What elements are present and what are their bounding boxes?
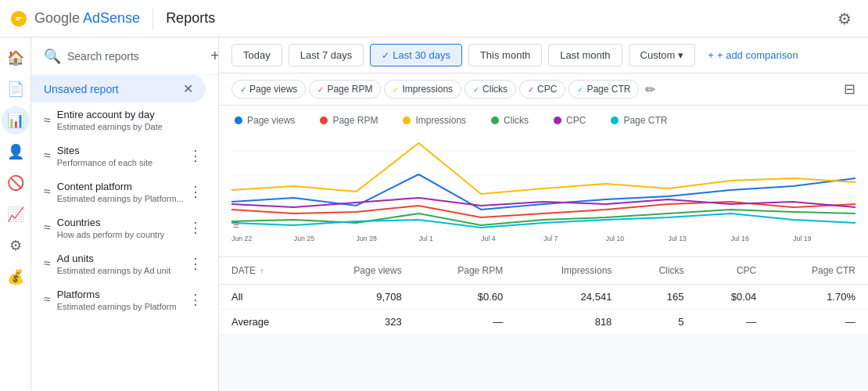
sidebar-item-name-4: Ad units bbox=[57, 253, 185, 264]
date-btn-last7[interactable]: Last 7 days bbox=[289, 44, 364, 66]
cell-clicks-avg: 5 bbox=[624, 310, 696, 335]
plus-icon: + bbox=[708, 49, 714, 61]
sidebar-item-entire-account[interactable]: ≈ Entire account by day Estimated earnin… bbox=[31, 102, 218, 138]
cell-cpc-all: $0.04 bbox=[696, 285, 769, 310]
line-chart: Jun 22 Jun 25 Jun 28 Jul 1 Jul 4 Jul 7 J… bbox=[231, 135, 855, 247]
legend-dot-impressions bbox=[403, 117, 411, 124]
adsense-logo-icon bbox=[9, 9, 28, 28]
legend-pagectr: Page CTR bbox=[611, 115, 667, 126]
page-title: Reports bbox=[166, 10, 215, 27]
col-header-pagectr[interactable]: Page CTR bbox=[769, 257, 868, 285]
cell-pagectr-avg: — bbox=[769, 310, 868, 335]
settings-icon[interactable]: ⚙ bbox=[830, 5, 859, 33]
cell-pagectr-all: 1.70% bbox=[769, 285, 868, 310]
left-nav: 🏠 📄 📊 👤 🚫 📈 ⚙ 💰 bbox=[0, 38, 31, 391]
active-report-item[interactable]: Unsaved report ✕ bbox=[31, 75, 206, 102]
check-pageviews-icon: ✓ bbox=[240, 85, 246, 94]
metric-tab-pageviews[interactable]: ✓ Page views bbox=[231, 80, 306, 99]
col-header-pageviews[interactable]: Page views bbox=[309, 257, 414, 285]
col-header-date[interactable]: DATE ↑ bbox=[219, 257, 309, 285]
nav-block-icon[interactable]: 🚫 bbox=[2, 169, 30, 197]
edit-metrics-icon[interactable]: ✏ bbox=[645, 82, 655, 97]
sidebar-item-more-5[interactable]: ⋮ bbox=[185, 288, 206, 311]
report-icon-2: ≈ bbox=[44, 185, 51, 199]
date-btn-lastmonth[interactable]: Last month bbox=[548, 44, 622, 66]
date-filter-bar: Today Last 7 days ✓ Last 30 days This mo… bbox=[219, 38, 868, 74]
legend-clicks: Clicks bbox=[491, 115, 529, 126]
metric-tab-impressions[interactable]: ✓ Impressions bbox=[384, 80, 461, 99]
date-btn-thismonth[interactable]: This month bbox=[468, 44, 542, 66]
add-comparison-button[interactable]: + + add comparison bbox=[708, 49, 798, 61]
check-icon: ✓ bbox=[382, 50, 389, 61]
svg-text:Jul 10: Jul 10 bbox=[606, 235, 624, 242]
check-pagectr-icon: ✓ bbox=[577, 85, 583, 94]
legend-dot-cpc bbox=[554, 117, 561, 124]
sidebar-item-name-5: Platforms bbox=[57, 289, 185, 300]
date-btn-custom[interactable]: Custom ▾ bbox=[629, 44, 696, 66]
app-layout: 🏠 📄 📊 👤 🚫 📈 ⚙ 💰 🔍 + Unsaved report ✕ ≈ E… bbox=[0, 38, 868, 391]
metric-tab-clicks[interactable]: ✓ Clicks bbox=[464, 80, 516, 99]
legend-label-cpc: CPC bbox=[566, 115, 586, 126]
metric-tab-pagectr[interactable]: ✓ Page CTR bbox=[569, 80, 639, 99]
close-report-icon[interactable]: ✕ bbox=[183, 81, 193, 96]
app-logo: Google AdSense bbox=[9, 9, 140, 28]
check-clicks-icon: ✓ bbox=[473, 85, 479, 94]
legend-label-pagectr: Page CTR bbox=[623, 115, 667, 126]
legend-dot-pagerpm bbox=[320, 117, 328, 124]
legend-impressions: Impressions bbox=[403, 115, 466, 126]
sidebar-item-desc-5: Estimated earnings by Platform bbox=[57, 302, 185, 311]
report-icon-4: ≈ bbox=[44, 256, 51, 271]
nav-pages-icon[interactable]: 📄 bbox=[2, 75, 30, 103]
sidebar-item-name-1: Sites bbox=[57, 145, 185, 156]
nav-home-icon[interactable]: 🏠 bbox=[2, 44, 30, 72]
cell-date-all: All bbox=[219, 285, 309, 310]
date-btn-last30[interactable]: ✓ Last 30 days bbox=[370, 44, 462, 66]
add-report-icon[interactable]: + bbox=[210, 47, 219, 65]
sidebar-item-adunits[interactable]: ≈ Ad units Estimated earnings by Ad unit… bbox=[31, 246, 218, 282]
sidebar-item-sites[interactable]: ≈ Sites Performance of each site ⋮ bbox=[31, 138, 218, 174]
table-row-average: Average 323 — 818 5 — — bbox=[219, 310, 868, 335]
date-btn-today[interactable]: Today bbox=[231, 44, 282, 66]
data-table: DATE ↑ Page views Page RPM Impressions C… bbox=[219, 256, 868, 335]
sidebar-item-more-3[interactable]: ⋮ bbox=[185, 216, 206, 239]
search-input[interactable] bbox=[67, 50, 204, 63]
cell-impressions-avg: 818 bbox=[515, 310, 624, 335]
nav-reports-icon[interactable]: 📊 bbox=[2, 106, 30, 135]
col-header-pagerpm[interactable]: Page RPM bbox=[414, 257, 516, 285]
sidebar-search-bar: 🔍 + bbox=[31, 38, 218, 75]
nav-settings-icon[interactable]: ⚙ bbox=[2, 231, 30, 260]
sidebar-item-more-1[interactable]: ⋮ bbox=[185, 144, 206, 167]
legend-label-clicks: Clicks bbox=[504, 115, 529, 126]
col-header-impressions[interactable]: Impressions bbox=[515, 257, 624, 285]
add-comparison-label: + add comparison bbox=[717, 49, 798, 61]
metric-tab-label-cpc: CPC bbox=[537, 84, 557, 95]
legend-cpc: CPC bbox=[554, 115, 586, 126]
topbar-divider bbox=[152, 8, 153, 30]
nav-users-icon[interactable]: 👤 bbox=[2, 138, 30, 166]
sidebar: 🔍 + Unsaved report ✕ ≈ Entire account by… bbox=[31, 38, 219, 391]
sidebar-item-desc-0: Estimated earnings by Date bbox=[57, 122, 206, 131]
sidebar-item-more-2[interactable]: ⋮ bbox=[185, 180, 206, 203]
chart-legend: Page views Page RPM Impressions Clicks C… bbox=[231, 115, 855, 126]
dropdown-arrow-icon: ▾ bbox=[678, 49, 683, 61]
legend-dot-pagectr bbox=[611, 117, 619, 124]
nav-money-icon[interactable]: 💰 bbox=[2, 263, 30, 291]
sidebar-item-name-0: Entire account by day bbox=[57, 109, 206, 120]
sidebar-item-more-4[interactable]: ⋮ bbox=[185, 252, 206, 275]
col-header-cpc[interactable]: CPC bbox=[696, 257, 769, 285]
metric-tab-cpc[interactable]: ✓ CPC bbox=[519, 80, 565, 99]
sidebar-item-content[interactable]: ≈ Content platform Estimated earnings by… bbox=[31, 174, 218, 210]
active-report-label: Unsaved report bbox=[44, 83, 183, 95]
sidebar-item-countries[interactable]: ≈ Countries How ads perform by country ⋮ bbox=[31, 210, 218, 246]
report-icon-3: ≈ bbox=[44, 221, 51, 235]
sort-icon-date: ↑ bbox=[260, 267, 264, 275]
metric-tabs-bar: ✓ Page views ✓ Page RPM ✓ Impressions ✓ … bbox=[219, 74, 868, 106]
sidebar-item-platforms[interactable]: ≈ Platforms Estimated earnings by Platfo… bbox=[31, 282, 218, 317]
legend-dot-pageviews bbox=[235, 117, 242, 124]
metric-tab-pagerpm[interactable]: ✓ Page RPM bbox=[309, 80, 381, 99]
sidebar-item-desc-3: How ads perform by country bbox=[57, 230, 185, 239]
col-header-clicks[interactable]: Clicks bbox=[624, 257, 696, 285]
nav-analytics-icon[interactable]: 📈 bbox=[2, 200, 30, 228]
sidebar-item-name-3: Countries bbox=[57, 217, 185, 228]
filter-icon[interactable]: ⊟ bbox=[844, 81, 855, 98]
